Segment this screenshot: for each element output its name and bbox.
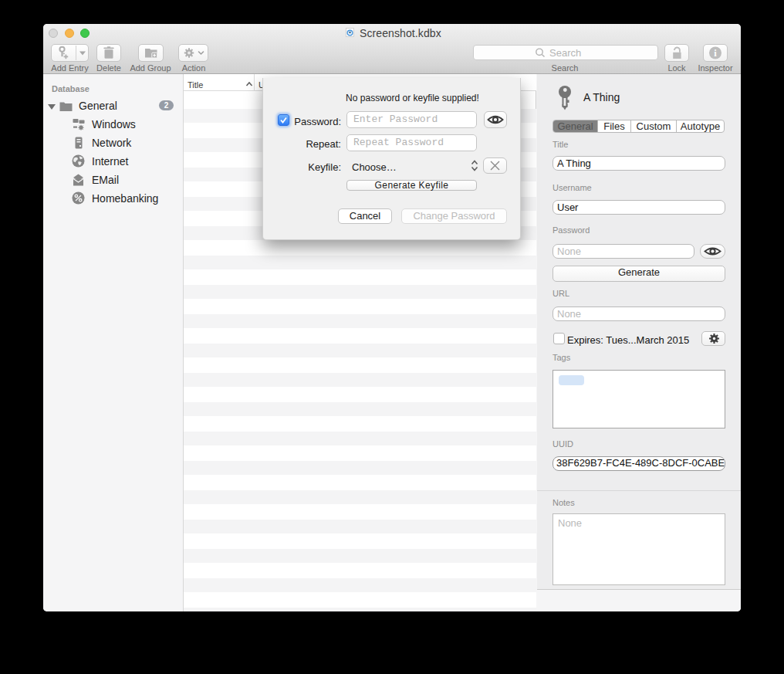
svg-text:i: i bbox=[714, 48, 717, 59]
